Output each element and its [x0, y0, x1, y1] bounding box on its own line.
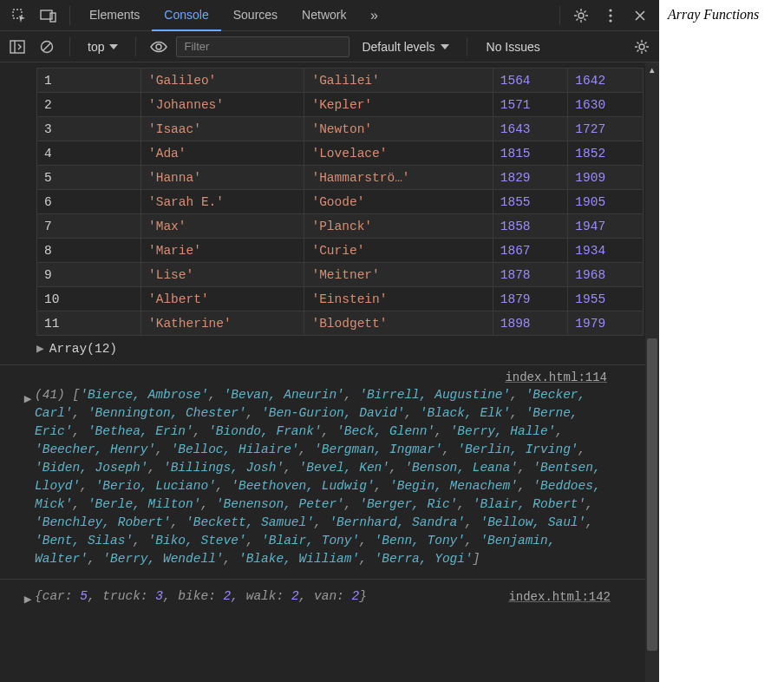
- expand-triangle-icon[interactable]: ▶: [36, 341, 44, 356]
- cell-first: 'Hanna': [141, 166, 304, 190]
- log-levels-dropdown[interactable]: Default levels: [355, 38, 455, 56]
- cell-last: 'Goode': [304, 190, 493, 214]
- kebab-menu-icon[interactable]: [597, 0, 624, 31]
- chevron-down-icon: [109, 44, 118, 49]
- console-array-summary[interactable]: ▶ Array(12): [36, 341, 659, 356]
- cell-last: 'Kepler': [304, 93, 493, 117]
- console-toolbar: top Default levels No Issues: [0, 31, 659, 62]
- cell-last: 'Hammarströ…': [304, 166, 493, 190]
- source-link[interactable]: index.html:142: [508, 590, 611, 604]
- row-index: 1: [37, 69, 141, 93]
- table-row: 6'Sarah E.''Goode'18551905: [37, 190, 644, 214]
- table-row: 8'Marie''Curie'18671934: [37, 239, 644, 263]
- array-summary-text: Array(12): [49, 342, 117, 356]
- cell-born: 1571: [493, 93, 568, 117]
- tab-network[interactable]: Network: [290, 0, 358, 31]
- cell-last: 'Blodgett': [304, 311, 493, 336]
- cell-died: 1642: [568, 69, 644, 93]
- row-index: 6: [37, 190, 141, 214]
- cell-died: 1852: [568, 141, 644, 166]
- cell-born: 1878: [493, 263, 568, 287]
- svg-rect-2: [50, 13, 56, 22]
- console-filter-input[interactable]: [176, 36, 350, 57]
- table-row: 4'Ada''Lovelace'18151852: [37, 141, 644, 166]
- cell-born: 1815: [493, 141, 568, 166]
- cell-died: 1905: [568, 190, 644, 214]
- cell-died: 1955: [568, 287, 644, 311]
- tab-sources[interactable]: Sources: [221, 0, 290, 31]
- cell-first: 'Lise': [141, 263, 304, 287]
- page-content: Array Functions: [659, 0, 784, 682]
- cell-born: 1858: [493, 214, 568, 239]
- cell-first: 'Katherine': [141, 311, 304, 336]
- tab-console[interactable]: Console: [152, 0, 220, 31]
- cell-last: 'Meitner': [304, 263, 493, 287]
- svg-point-12: [639, 44, 644, 49]
- live-expression-icon[interactable]: [147, 35, 171, 59]
- cell-first: 'Albert': [141, 287, 304, 311]
- issues-indicator[interactable]: No Issues: [478, 40, 549, 54]
- row-index: 2: [37, 93, 141, 117]
- source-link[interactable]: index.html:114: [0, 371, 659, 384]
- cell-last: 'Newton': [304, 117, 493, 141]
- close-devtools-icon[interactable]: [626, 0, 654, 31]
- tab-elements[interactable]: Elements: [77, 0, 152, 31]
- scroll-up-icon[interactable]: ▴: [645, 62, 659, 76]
- more-tabs-icon[interactable]: »: [360, 0, 388, 31]
- separator: [559, 6, 560, 25]
- cell-first: 'Sarah E.': [141, 190, 304, 214]
- cell-last: 'Curie': [304, 239, 493, 263]
- cell-first: 'Galileo': [141, 69, 304, 93]
- toggle-sidebar-icon[interactable]: [5, 35, 29, 59]
- table-row: 3'Isaac''Newton'16431727: [37, 117, 644, 141]
- separator: [69, 6, 70, 25]
- svg-rect-7: [10, 41, 24, 53]
- cell-died: 1968: [568, 263, 644, 287]
- row-index: 3: [37, 117, 141, 141]
- page-title: Array Functions: [668, 7, 775, 23]
- devtools-tabbar: ElementsConsoleSourcesNetwork »: [0, 0, 659, 31]
- row-index: 7: [37, 214, 141, 239]
- log-levels-label: Default levels: [362, 40, 434, 54]
- svg-point-5: [609, 14, 611, 16]
- cell-first: 'Ada': [141, 141, 304, 166]
- chevron-down-icon: [441, 44, 449, 49]
- row-index: 5: [37, 166, 141, 190]
- cell-first: 'Marie': [141, 239, 304, 263]
- console-output: 1'Galileo''Galilei'156416422'Johannes''K…: [0, 62, 659, 682]
- expand-triangle-icon[interactable]: ▶: [21, 386, 35, 406]
- svg-point-11: [156, 44, 161, 49]
- execution-context-label: top: [88, 40, 104, 54]
- execution-context-dropdown[interactable]: top: [81, 38, 125, 56]
- inspect-element-icon[interactable]: [5, 0, 33, 31]
- cell-born: 1867: [493, 239, 568, 263]
- cell-born: 1898: [493, 311, 568, 336]
- console-log-array[interactable]: (41) ['Bierce, Ambrose', 'Bevan, Aneurin…: [35, 386, 611, 568]
- cell-first: 'Isaac': [141, 117, 304, 141]
- cell-died: 1630: [568, 93, 644, 117]
- table-row: 2'Johannes''Kepler'15711630: [37, 93, 644, 117]
- separator: [467, 37, 467, 56]
- scrollbar-track[interactable]: [645, 62, 659, 682]
- console-log-object[interactable]: {car: 5, truck: 3, bike: 2, walk: 2, van…: [35, 587, 508, 606]
- cell-died: 1909: [568, 166, 644, 190]
- device-toolbar-icon[interactable]: [35, 0, 62, 31]
- row-index: 8: [37, 239, 141, 263]
- svg-line-10: [43, 43, 51, 50]
- cell-died: 1727: [568, 117, 644, 141]
- row-index: 11: [37, 311, 141, 336]
- clear-console-icon[interactable]: [35, 35, 59, 59]
- table-row: 1'Galileo''Galilei'15641642: [37, 69, 644, 93]
- row-index: 4: [37, 141, 141, 166]
- row-index: 10: [37, 287, 141, 311]
- table-row: 5'Hanna''Hammarströ…'18291909: [37, 166, 644, 190]
- cell-first: 'Johannes': [141, 93, 304, 117]
- console-settings-icon[interactable]: [630, 35, 654, 59]
- expand-triangle-icon[interactable]: ▶: [21, 587, 35, 607]
- scrollbar-thumb[interactable]: [647, 338, 657, 651]
- console-table: 1'Galileo''Galilei'156416422'Johannes''K…: [36, 68, 644, 336]
- cell-died: 1934: [568, 239, 644, 263]
- settings-icon[interactable]: [567, 0, 595, 31]
- cell-last: 'Planck': [304, 214, 493, 239]
- cell-born: 1879: [493, 287, 568, 311]
